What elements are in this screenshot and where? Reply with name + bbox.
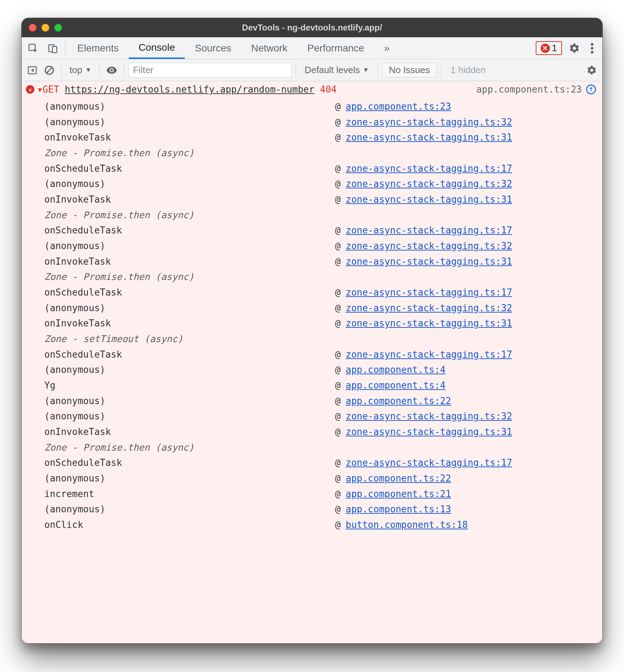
source-link[interactable]: app.component.ts:4 <box>346 380 446 391</box>
source-link[interactable]: zone-async-stack-tagging.ts:31 <box>346 318 512 329</box>
issues-button[interactable]: No Issues <box>382 63 437 77</box>
source-link[interactable]: zone-async-stack-tagging.ts:31 <box>346 426 512 437</box>
settings-button[interactable] <box>566 37 583 59</box>
minimize-window-button[interactable] <box>41 24 49 32</box>
main-tab-strip: Elements Console Sources Network Perform… <box>22 37 602 59</box>
stack-frame: (anonymous)@zone-async-stack-tagging.ts:… <box>44 115 596 130</box>
error-icon: ✕ <box>541 44 550 53</box>
at-symbol: @ <box>335 393 346 409</box>
frame-function: (anonymous) <box>44 471 335 486</box>
source-link[interactable]: zone-async-stack-tagging.ts:31 <box>346 256 512 267</box>
tab-sources[interactable]: Sources <box>185 37 241 59</box>
device-toolbar-icon[interactable] <box>43 37 63 59</box>
at-symbol: @ <box>335 517 346 533</box>
stack-frame: onClick@button.component.ts:18 <box>44 517 596 533</box>
frame-function: onScheduleTask <box>44 223 335 238</box>
at-symbol: @ <box>335 192 346 208</box>
frame-function: Yg <box>44 378 335 393</box>
source-link[interactable]: app.component.ts:21 <box>346 489 451 499</box>
at-symbol: @ <box>335 99 346 115</box>
tab-network[interactable]: Network <box>241 37 297 59</box>
source-link[interactable]: app.component.ts:13 <box>346 504 451 514</box>
stack-frame: onScheduleTask@zone-async-stack-tagging.… <box>44 455 596 471</box>
source-link[interactable]: zone-async-stack-tagging.ts:31 <box>346 194 512 205</box>
async-boundary: Zone - Promise.then (async) <box>44 440 596 456</box>
at-symbol: @ <box>335 316 346 331</box>
disclosure-triangle-icon[interactable]: ▼ <box>38 86 42 93</box>
context-selector[interactable]: top ▼ <box>66 65 95 76</box>
frame-function: (anonymous) <box>44 502 335 517</box>
show-console-sidebar-icon[interactable] <box>24 62 40 78</box>
svg-point-4 <box>591 47 594 50</box>
console-toolbar: top ▼ Default levels ▼ No Issues 1 hidde… <box>22 59 602 81</box>
svg-point-5 <box>591 51 594 54</box>
source-link[interactable]: zone-async-stack-tagging.ts:32 <box>346 303 512 313</box>
source-link[interactable]: zone-async-stack-tagging.ts:32 <box>346 178 512 189</box>
source-link[interactable]: app.component.ts:22 <box>346 473 451 484</box>
source-link[interactable]: app.component.ts:23 <box>346 101 451 112</box>
zoom-window-button[interactable] <box>54 24 62 32</box>
source-link[interactable]: zone-async-stack-tagging.ts:17 <box>346 163 512 174</box>
stack-frame: onInvokeTask@zone-async-stack-tagging.ts… <box>44 424 596 440</box>
stack-frame: Yg@app.component.ts:4 <box>44 378 596 393</box>
async-boundary: Zone - setTimeout (async) <box>44 331 596 347</box>
stack-frame: onInvokeTask@zone-async-stack-tagging.ts… <box>44 316 596 331</box>
clear-console-icon[interactable] <box>41 62 57 78</box>
stack-frame: onInvokeTask@zone-async-stack-tagging.ts… <box>44 130 596 145</box>
stack-frame: onScheduleTask@zone-async-stack-tagging.… <box>44 347 596 363</box>
live-expression-icon[interactable] <box>104 62 119 78</box>
frame-function: (anonymous) <box>44 176 335 192</box>
error-count-pill[interactable]: ✕ 1 <box>536 41 562 55</box>
stack-frame: (anonymous)@app.component.ts:13 <box>44 502 596 517</box>
at-symbol: @ <box>335 301 346 316</box>
at-symbol: @ <box>335 176 346 192</box>
window-title: DevTools - ng-devtools.netlify.app/ <box>22 23 602 33</box>
error-count: 1 <box>552 43 557 54</box>
titlebar: DevTools - ng-devtools.netlify.app/ <box>22 18 602 37</box>
at-symbol: @ <box>335 362 346 378</box>
inspect-element-icon[interactable] <box>23 37 43 59</box>
restart-frame-icon[interactable] <box>586 84 596 94</box>
source-link[interactable]: app.component.ts:4 <box>346 364 446 375</box>
source-link[interactable]: zone-async-stack-tagging.ts:17 <box>346 225 512 236</box>
source-link[interactable]: zone-async-stack-tagging.ts:32 <box>346 241 512 251</box>
more-tabs-button[interactable]: » <box>374 37 400 59</box>
at-symbol: @ <box>335 161 346 177</box>
close-window-button[interactable] <box>29 24 37 32</box>
frame-function: (anonymous) <box>44 362 335 378</box>
stack-frame: (anonymous)@app.component.ts:22 <box>44 393 596 409</box>
source-link[interactable]: zone-async-stack-tagging.ts:32 <box>346 411 512 422</box>
stack-frame: (anonymous)@zone-async-stack-tagging.ts:… <box>44 301 596 316</box>
source-link[interactable]: zone-async-stack-tagging.ts:31 <box>346 132 512 143</box>
log-levels-selector[interactable]: Default levels ▼ <box>300 65 373 76</box>
at-symbol: @ <box>335 254 346 270</box>
source-link[interactable]: zone-async-stack-tagging.ts:17 <box>346 287 512 298</box>
context-value: top <box>69 65 82 76</box>
stack-frame: (anonymous)@zone-async-stack-tagging.ts:… <box>44 409 596 424</box>
source-link[interactable]: zone-async-stack-tagging.ts:17 <box>346 457 512 468</box>
error-icon: ✕ <box>26 85 34 94</box>
filter-input[interactable] <box>128 63 291 78</box>
source-link[interactable]: button.component.ts:18 <box>346 519 468 530</box>
at-symbol: @ <box>335 409 346 424</box>
source-link[interactable]: zone-async-stack-tagging.ts:17 <box>346 349 512 360</box>
source-link[interactable]: app.component.ts:23 <box>477 84 582 95</box>
more-options-button[interactable] <box>583 37 601 59</box>
request-url-link[interactable]: https://ng-devtools.netlify.app/random-n… <box>65 84 314 95</box>
svg-rect-2 <box>52 46 57 53</box>
tab-console[interactable]: Console <box>129 37 185 59</box>
frame-function: (anonymous) <box>44 115 335 130</box>
tab-elements[interactable]: Elements <box>67 37 129 59</box>
source-link[interactable]: app.component.ts:22 <box>346 396 451 406</box>
console-settings-icon[interactable] <box>584 62 600 78</box>
console-error-row[interactable]: ✕ ▼ GET https://ng-devtools.netlify.app/… <box>22 81 602 98</box>
tab-performance[interactable]: Performance <box>297 37 374 59</box>
source-link[interactable]: zone-async-stack-tagging.ts:32 <box>346 117 512 127</box>
frame-function: onScheduleTask <box>44 285 335 301</box>
svg-line-8 <box>47 67 52 73</box>
stack-frame: onInvokeTask@zone-async-stack-tagging.ts… <box>44 254 596 270</box>
status-code: 404 <box>320 84 337 95</box>
frame-function: (anonymous) <box>44 409 335 424</box>
at-symbol: @ <box>335 378 346 393</box>
stack-frame: increment@app.component.ts:21 <box>44 486 596 502</box>
